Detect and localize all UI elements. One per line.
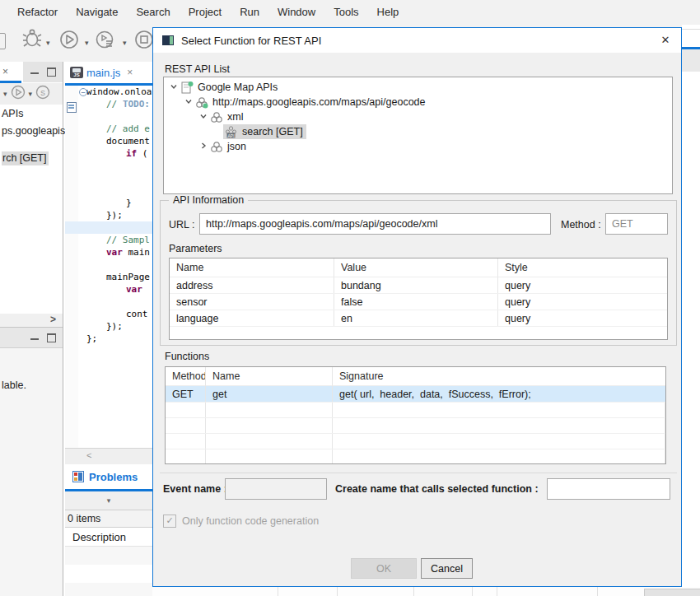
table-row[interactable]: addressbundangquery xyxy=(170,277,667,294)
event-name-input[interactable] xyxy=(225,478,327,500)
tab-problems[interactable]: Problems xyxy=(89,471,138,483)
s-badge-icon[interactable]: S xyxy=(35,85,50,103)
dropdown-icon[interactable]: ▾ xyxy=(29,84,33,104)
table-row[interactable] xyxy=(65,583,152,596)
code-text[interactable]: −window.onloa// TODO:// add edocumentif … xyxy=(78,86,152,448)
checkbox-checked-icon[interactable]: ✓ xyxy=(163,515,176,528)
menu-item-search[interactable]: Search xyxy=(127,0,179,25)
cancel-button[interactable]: Cancel xyxy=(421,558,473,579)
partial-toolbar-icon[interactable] xyxy=(0,33,6,49)
close-tab-icon[interactable]: × xyxy=(127,67,133,78)
tree-item-fragment-selected[interactable]: rch [GET] xyxy=(2,151,49,165)
tree-node-label: search [GET] xyxy=(242,126,303,137)
tree-node[interactable]: http://maps.googleapis.com/maps/api/geoc… xyxy=(164,95,672,109)
parameters-table[interactable]: NameValueStyleaddressbundangquerysensorf… xyxy=(169,258,668,340)
task-marker-icon[interactable] xyxy=(67,102,77,113)
minimize-icon[interactable] xyxy=(30,336,39,340)
left-sidebar-panel: × ▾ ▾ S APIs ps.googleapis. rch [GET] > … xyxy=(0,62,63,596)
run-icon[interactable] xyxy=(59,30,79,53)
menu-item-help[interactable]: Help xyxy=(368,0,408,25)
chevron-down-icon[interactable] xyxy=(198,111,208,123)
close-tab-icon[interactable]: × xyxy=(2,66,8,77)
empty-table-row[interactable] xyxy=(166,434,665,449)
truncated-status-text: lable. xyxy=(2,379,26,391)
left-panel-lower-content: lable. xyxy=(0,348,63,596)
maximize-icon[interactable] xyxy=(47,333,56,342)
debug-icon[interactable] xyxy=(22,28,42,53)
column-header[interactable]: Signature xyxy=(333,367,665,386)
ide-screen: RefactorNavigateSearchProjectRunWindowTo… xyxy=(0,0,700,596)
tree-node[interactable]: Google Map APIs xyxy=(164,80,672,95)
minimize-icon[interactable] xyxy=(30,70,39,74)
code-line xyxy=(65,221,152,234)
code-line: var main xyxy=(78,246,152,258)
column-header[interactable]: Name xyxy=(170,258,334,277)
dialog-title-bar[interactable]: Select Function for REST API xyxy=(153,28,681,53)
horizontal-scrollbar[interactable]: < xyxy=(65,448,152,465)
empty-table-row[interactable] xyxy=(166,403,665,418)
dropdown-icon[interactable]: ▾ xyxy=(85,33,89,53)
empty-table-row[interactable] xyxy=(166,449,665,464)
project-icon xyxy=(180,81,194,93)
run-config-icon[interactable] xyxy=(96,30,117,53)
view-menu-icon[interactable]: ▾ xyxy=(107,496,111,505)
dropdown-icon[interactable]: ▾ xyxy=(123,33,127,53)
tree-node[interactable]: APIsearch [GET] xyxy=(164,124,672,139)
tree-node[interactable]: xml xyxy=(164,109,672,124)
column-header[interactable]: Method xyxy=(166,367,206,386)
menu-item-run[interactable]: Run xyxy=(231,0,268,25)
create-name-input[interactable] xyxy=(547,478,670,500)
editor-body[interactable]: −window.onloa// TODO:// add edocumentif … xyxy=(65,86,152,448)
cluster-icon xyxy=(210,111,223,123)
expand-right-icon[interactable]: > xyxy=(50,314,56,325)
column-header[interactable]: Value xyxy=(334,258,498,277)
table-row[interactable] xyxy=(65,565,152,583)
tab-mainjs[interactable]: main.js xyxy=(86,67,120,79)
scroll-left-icon[interactable]: < xyxy=(86,450,91,460)
menu-item-navigate[interactable]: Navigate xyxy=(67,0,127,25)
dropdown-icon[interactable]: ▾ xyxy=(46,33,50,53)
cluster-icon xyxy=(210,141,223,152)
event-name-label: Event name : xyxy=(163,483,227,495)
chevron-down-icon[interactable] xyxy=(184,96,194,108)
menu-item-project[interactable]: Project xyxy=(180,0,231,25)
table-cell: query xyxy=(498,277,667,293)
chevron-down-icon[interactable] xyxy=(169,81,179,93)
column-header[interactable]: Style xyxy=(498,258,667,277)
svg-text:API: API xyxy=(227,133,234,138)
empty-table-row[interactable] xyxy=(166,418,665,434)
editor-tab-bar: JS main.js × xyxy=(65,62,152,83)
menu-item-refactor[interactable]: Refactor xyxy=(8,0,67,25)
problems-panel: Problems ▾ 0 items Description xyxy=(65,464,152,596)
table-row[interactable]: languageenquery xyxy=(170,310,667,327)
functions-table[interactable]: MethodNameSignatureGETgetget( url, heade… xyxy=(165,366,666,464)
tree-item-fragment[interactable]: ps.googleapis. xyxy=(2,125,68,137)
menu-item-tools[interactable]: Tools xyxy=(324,0,367,25)
table-row[interactable] xyxy=(65,547,152,565)
tree-node[interactable]: json xyxy=(164,139,672,154)
maximize-icon[interactable] xyxy=(47,68,56,77)
chevron-right-icon[interactable] xyxy=(198,141,208,152)
code-line: } xyxy=(78,197,152,209)
column-header[interactable]: Name xyxy=(206,367,333,386)
tree-item-fragment[interactable]: APIs xyxy=(2,108,23,119)
rest-api-tree[interactable]: Google Map APIshttp://maps.googleapis.co… xyxy=(163,77,673,194)
code-line: }; xyxy=(78,333,152,345)
dropdown-icon[interactable]: ▾ xyxy=(3,84,7,104)
table-row[interactable]: sensorfalsequery xyxy=(170,294,667,310)
ok-button[interactable]: OK xyxy=(351,558,417,579)
dialog-title: Select Function for REST API xyxy=(181,35,321,47)
play-badge-icon[interactable] xyxy=(11,85,26,103)
method-input[interactable]: GET xyxy=(605,213,668,235)
close-icon[interactable]: ✕ xyxy=(658,34,673,47)
table-row[interactable]: GETgetget( url, header, data, fSuccess, … xyxy=(166,386,665,403)
table-cell: query xyxy=(498,310,667,326)
menu-item-window[interactable]: Window xyxy=(268,0,324,25)
left-rest-api-tree[interactable]: APIs ps.googleapis. rch [GET] xyxy=(0,105,63,314)
url-input[interactable]: http://maps.googleapis.com/maps/api/geoc… xyxy=(199,213,551,235)
fold-collapse-icon[interactable]: − xyxy=(79,88,87,96)
code-line: mainPage xyxy=(78,271,152,283)
problems-count: 0 items xyxy=(65,510,152,528)
description-column-header[interactable]: Description xyxy=(65,528,152,547)
stop-icon[interactable] xyxy=(134,30,154,53)
